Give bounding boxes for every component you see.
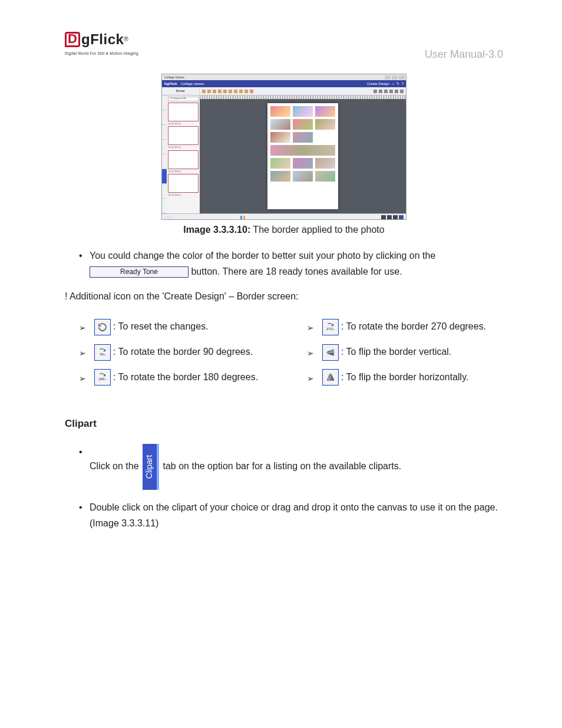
legend-text: : To rotate the border 180 degrees. xyxy=(113,369,258,386)
brand-label: DgFlick xyxy=(164,81,177,86)
toolbar-section-label: Border xyxy=(162,88,200,94)
legend-item: 180 : To rotate the border 180 degrees. xyxy=(79,369,275,386)
logo: D gFlick ® Digital World For Still & Mot… xyxy=(65,29,138,56)
legend-item: : To flip the border vertical. xyxy=(307,344,503,361)
collage-photo xyxy=(315,106,336,117)
svg-point-5 xyxy=(333,329,335,330)
canvas-area xyxy=(200,95,406,213)
vtab xyxy=(162,125,167,140)
window-title: Collage Xpress xyxy=(164,75,184,80)
rotate-180-icon[interactable]: 180 xyxy=(94,369,111,386)
ruler xyxy=(200,95,406,99)
bullet-list: You could change the color of the border… xyxy=(65,248,503,279)
vtab xyxy=(162,184,167,199)
path-field: C:\CollageXpress\Bo... xyxy=(168,97,199,101)
legend-text: : To reset the changes. xyxy=(113,318,209,335)
collage-photo xyxy=(270,157,291,169)
app-screenshot: Collage Xpress DgFlick Collage xpress Cr… xyxy=(161,74,406,220)
svg-point-3 xyxy=(105,379,107,380)
svg-text:180: 180 xyxy=(98,377,105,381)
collage-photo xyxy=(270,131,291,143)
create-design-label: Create Design xyxy=(367,81,389,86)
list-item: Double click on the clipart of your choi… xyxy=(79,499,503,531)
toolbar-right-icons xyxy=(373,90,404,93)
border-thumb xyxy=(168,126,199,145)
bottom-bar: ⬚ ⬚ ⬚ xyxy=(162,213,406,220)
legend-text: : To rotate the border 90 degrees. xyxy=(113,344,253,361)
collage-page xyxy=(267,103,338,209)
collage-photo xyxy=(292,131,313,143)
border-thumb xyxy=(168,150,199,169)
collage-photo xyxy=(270,118,291,130)
sidebar-panel: C:\CollageXpress\Bo... 105_06_001_01... … xyxy=(167,95,200,213)
flag-icon xyxy=(240,216,245,219)
help-icon: ? xyxy=(402,81,404,86)
clipart-bullets: Click on the Clipart tab on the option b… xyxy=(65,444,503,531)
collage-photo xyxy=(270,170,291,182)
icon-legend: : To reset the changes. 90 : To rotate t… xyxy=(65,318,503,394)
clipart-heading: Clipart xyxy=(65,417,503,431)
rotate-270-icon[interactable]: 270 xyxy=(322,319,339,335)
logo-d-icon: D xyxy=(65,32,80,47)
bullet-text: Click on the xyxy=(90,461,141,471)
flip-vertical-icon[interactable] xyxy=(322,344,339,361)
legend-item: 90 : To rotate the border 90 degrees. xyxy=(79,344,275,361)
collage-photo xyxy=(292,106,313,117)
brand-bar: DgFlick Collage xpress Create Design ⌂ ✎… xyxy=(162,80,406,87)
vtab xyxy=(162,154,167,169)
vertical-tabs xyxy=(162,95,167,213)
list-item: You could change the color of the border… xyxy=(79,248,503,279)
logo-registered: ® xyxy=(124,35,128,44)
bottom-right-icons xyxy=(381,215,404,220)
bottom-left-icons: ⬚ ⬚ ⬚ xyxy=(164,216,173,219)
toolbar-icons xyxy=(202,90,253,93)
caption-text: The border applied to the photo xyxy=(250,225,384,235)
figure: Collage Xpress DgFlick Collage xpress Cr… xyxy=(65,74,503,236)
logo-tagline: Digital World For Still & Motion Imaging xyxy=(65,51,138,56)
bullet-text: button. There are 18 ready tones availab… xyxy=(191,266,402,276)
flip-horizontal-icon[interactable] xyxy=(322,369,339,386)
svg-point-1 xyxy=(104,354,105,355)
reset-icon[interactable] xyxy=(94,319,111,335)
legend-item: 270 : To rotate the border 270 degrees. xyxy=(307,318,503,335)
vtab xyxy=(162,95,167,110)
legend-item: : To reset the changes. xyxy=(79,318,275,335)
figure-caption: Image 3.3.3.10: The border applied to th… xyxy=(183,223,384,236)
legend-item: : To flip the border horizontally. xyxy=(307,369,503,386)
vtab xyxy=(162,110,167,125)
caption-label: Image 3.3.3.10: xyxy=(183,225,250,235)
tool-icon: ✎ xyxy=(396,81,399,86)
bullet-text: Double click on the clipart of your choi… xyxy=(90,502,498,528)
collage-photo xyxy=(292,118,313,130)
rotate-90-icon[interactable]: 90 xyxy=(94,344,111,361)
bullet-text: You could change the color of the border… xyxy=(90,251,435,261)
app-toolbar: Border xyxy=(162,87,406,95)
vtab xyxy=(162,140,167,154)
collage-photo xyxy=(315,157,336,169)
collage-photo xyxy=(292,157,313,169)
note-line: ! Additional icon on the 'Create Design'… xyxy=(65,290,503,303)
collage-photo xyxy=(315,118,336,130)
legend-text: : To rotate the border 270 degrees. xyxy=(341,318,486,335)
vtab-selected xyxy=(162,169,167,184)
window-buttons xyxy=(385,75,405,80)
vtab xyxy=(162,199,167,213)
collage-photo xyxy=(270,106,291,117)
legend-text: : To flip the border horizontally. xyxy=(341,369,468,386)
list-item: Click on the Clipart tab on the option b… xyxy=(79,444,503,490)
ready-tone-button[interactable]: Ready Tone xyxy=(90,266,189,278)
svg-text:270: 270 xyxy=(326,327,333,330)
border-thumb xyxy=(168,174,199,193)
home-icon: ⌂ xyxy=(392,81,394,86)
breadcrumb: Collage xpress xyxy=(181,81,204,86)
legend-text: : To flip the border vertical. xyxy=(341,344,451,361)
manual-title: User Manual-3.0 xyxy=(425,47,503,62)
logo-text: gFlick xyxy=(81,29,124,50)
page-header: D gFlick ® Digital World For Still & Mot… xyxy=(65,29,503,62)
clipart-tab-button[interactable]: Clipart xyxy=(143,444,159,490)
collage-photo xyxy=(292,170,313,182)
bullet-text: tab on the option bar for a listing on t… xyxy=(163,461,402,471)
border-thumb xyxy=(168,103,199,121)
svg-text:90: 90 xyxy=(100,352,104,355)
collage-photo xyxy=(315,170,336,182)
